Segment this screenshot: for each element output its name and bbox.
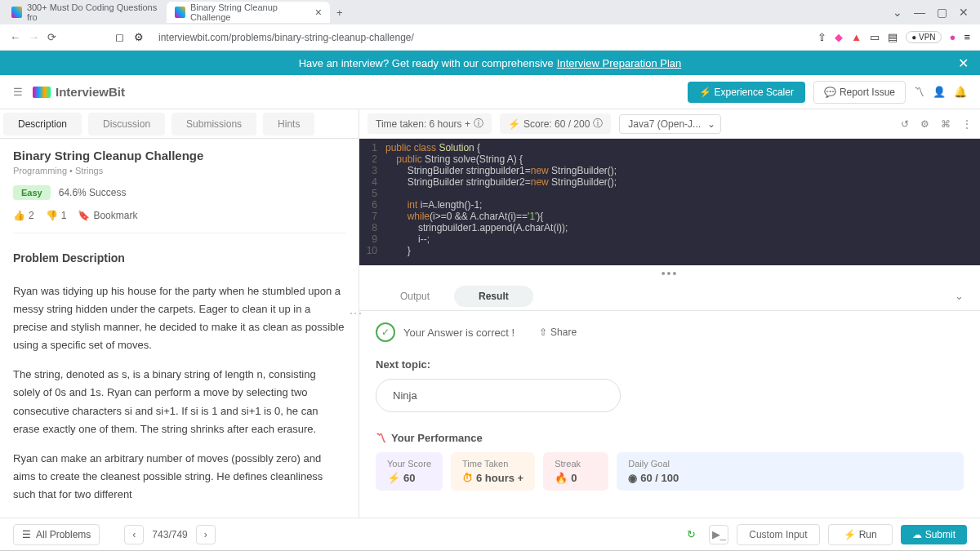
score-card: Your Score ⚡60: [376, 452, 443, 491]
problem-meta: Programming • Strings: [13, 166, 345, 176]
sync-icon[interactable]: ↻: [681, 525, 701, 544]
address-bar: ← → ⟳ ◻ ⚙ interviewbit.com/problems/bina…: [0, 24, 980, 51]
close-tab-icon[interactable]: ×: [315, 6, 322, 19]
problem-pager: ‹ 743/749 ›: [124, 525, 215, 544]
share-button[interactable]: ⇧ Share: [539, 327, 577, 338]
promo-link[interactable]: Interview Preparation Plan: [557, 57, 681, 69]
profile-icon[interactable]: ●: [950, 31, 956, 43]
footer-bar: ☰ All Problems ‹ 743/749 › ↻ ▶_ Custom I…: [0, 518, 980, 550]
report-issue-button[interactable]: 💬 Report Issue: [813, 81, 906, 104]
language-select[interactable]: Java7 (Open-J... ⌄: [619, 114, 721, 134]
bookmark-icon[interactable]: ◻: [115, 31, 124, 43]
reset-icon[interactable]: ↺: [901, 118, 909, 130]
tab-output[interactable]: Output: [376, 286, 454, 307]
next-topic-button[interactable]: Ninja: [376, 379, 621, 412]
panel-resize-handle[interactable]: •••: [359, 265, 980, 282]
more-icon[interactable]: ⋮: [962, 118, 972, 130]
code-editor[interactable]: 1public class Solution { 2 public String…: [359, 139, 980, 265]
browser-tab[interactable]: 300+ Must Do Coding Questions fro: [3, 2, 167, 23]
problem-panel: Description Discussion Submissions Hints…: [0, 109, 359, 518]
activity-icon[interactable]: 〽: [914, 86, 924, 98]
maximize-icon[interactable]: ▢: [937, 6, 947, 19]
browser-tab-active[interactable]: Binary String Cleanup Challenge ×: [167, 2, 330, 23]
forward-icon[interactable]: →: [29, 31, 39, 43]
page-count: 743/749: [152, 529, 187, 540]
wallet-icon[interactable]: ▤: [888, 31, 898, 43]
tab-title: 300+ Must Do Coding Questions fro: [27, 2, 158, 22]
dislike-button[interactable]: 👎 1: [46, 210, 67, 221]
problem-body[interactable]: Binary String Cleanup Challenge Programm…: [0, 139, 359, 518]
panel-icon[interactable]: ▭: [870, 31, 880, 43]
promo-close-icon[interactable]: ✕: [958, 56, 969, 71]
promo-banner: Have an interview? Get ready with our co…: [0, 51, 980, 75]
terminal-icon[interactable]: ▶_: [709, 525, 728, 544]
experience-scaler-button[interactable]: ⚡ Experience Scaler: [688, 82, 805, 103]
new-tab-button[interactable]: +: [330, 7, 350, 19]
score-pill: ⚡ Score: 60 / 200 ⓘ: [500, 113, 611, 134]
minimize-icon[interactable]: —: [914, 6, 925, 19]
shield-icon[interactable]: ◆: [835, 31, 843, 43]
result-body: ✓ Your Answer is correct ! ⇧ Share Next …: [359, 311, 980, 518]
difficulty-badge: Easy: [13, 185, 51, 200]
tab-title: Binary String Cleanup Challenge: [190, 2, 310, 22]
reload-icon[interactable]: ⟳: [47, 31, 56, 43]
prev-button[interactable]: ‹: [124, 525, 144, 544]
streak-card: Streak 🔥0: [543, 452, 608, 491]
tab-submissions[interactable]: Submissions: [172, 113, 256, 136]
custom-input-button[interactable]: Custom Input: [737, 524, 819, 545]
next-button[interactable]: ›: [196, 525, 216, 544]
code-toolbar: Time taken: 6 hours + ⓘ ⚡ Score: 60 / 20…: [359, 109, 980, 139]
vpn-badge[interactable]: ● VPN: [906, 31, 941, 43]
section-title: Problem Description: [13, 251, 345, 264]
keyboard-icon[interactable]: ⌘: [941, 118, 951, 130]
performance-cards: Your Score ⚡60 Time Taken ⏱6 hours + Str…: [376, 452, 964, 491]
check-icon: ✓: [376, 322, 395, 342]
run-button[interactable]: ⚡ Run: [828, 524, 893, 545]
code-panel: Time taken: 6 hours + ⓘ ⚡ Score: 60 / 20…: [359, 109, 980, 518]
next-topic-label: Next topic:: [376, 358, 964, 371]
performance-title: 〽 Your Performance: [376, 432, 964, 444]
menu-icon[interactable]: ≡: [964, 31, 970, 43]
chevron-down-icon[interactable]: ⌄: [893, 6, 902, 19]
time-card: Time Taken ⏱6 hours +: [451, 452, 535, 491]
chevron-down-icon: ⌄: [707, 118, 715, 130]
warning-icon[interactable]: ▲: [851, 31, 862, 43]
logo-icon: [33, 87, 51, 98]
main-content: Description Discussion Submissions Hints…: [0, 109, 980, 518]
daily-goal-card: Daily Goal ◉60 / 100: [617, 452, 964, 491]
time-pill: Time taken: 6 hours + ⓘ: [368, 113, 492, 134]
result-tabs: Output Result ⌄: [359, 282, 980, 311]
logo[interactable]: InterviewBit: [33, 85, 125, 99]
bookmark-button[interactable]: 🔖 Bookmark: [78, 210, 137, 221]
back-icon[interactable]: ←: [10, 31, 20, 43]
url-text[interactable]: interviewbit.com/problems/binary-string-…: [158, 32, 414, 43]
tab-hints[interactable]: Hints: [263, 113, 314, 136]
share-icon[interactable]: ⇧: [817, 31, 826, 43]
logo-text: InterviewBit: [56, 85, 125, 99]
close-icon[interactable]: ✕: [959, 6, 969, 19]
tune-icon[interactable]: ⚙: [134, 31, 144, 43]
user-icon[interactable]: 👤: [933, 86, 946, 98]
success-rate: 64.6% Success: [59, 187, 127, 198]
app-header: ☰ InterviewBit ⚡ Experience Scaler 💬 Rep…: [0, 75, 980, 109]
like-button[interactable]: 👍 2: [13, 210, 34, 221]
info-icon[interactable]: ⓘ: [593, 117, 603, 131]
submit-button[interactable]: ☁ Submit: [901, 525, 967, 544]
tab-discussion[interactable]: Discussion: [88, 113, 165, 136]
tab-result[interactable]: Result: [454, 286, 533, 307]
favicon: [175, 7, 185, 18]
window-controls: ⌄ — ▢ ✕: [893, 6, 977, 19]
resize-handle[interactable]: ⋮: [348, 307, 363, 320]
tab-description[interactable]: Description: [3, 113, 82, 136]
bell-icon[interactable]: 🔔: [954, 86, 967, 98]
all-problems-button[interactable]: ☰ All Problems: [13, 524, 100, 545]
problem-tabs: Description Discussion Submissions Hints: [0, 109, 359, 139]
favicon: [11, 7, 22, 18]
hamburger-icon[interactable]: ☰: [13, 86, 23, 98]
correct-message: Your Answer is correct !: [403, 327, 514, 339]
info-icon[interactable]: ⓘ: [474, 117, 483, 131]
chevron-down-icon[interactable]: ⌄: [955, 290, 964, 302]
problem-description: Ryan was tidying up his house for the pa…: [13, 282, 345, 504]
settings-icon[interactable]: ⚙: [920, 118, 929, 130]
promo-text: Have an interview? Get ready with our co…: [299, 57, 554, 69]
